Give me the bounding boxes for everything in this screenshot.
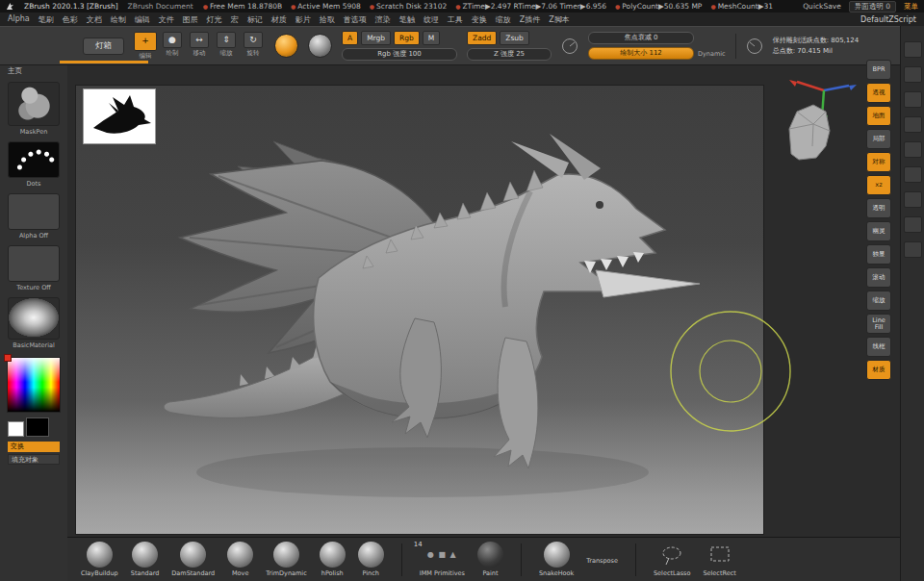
- side-panel-tab[interactable]: [904, 41, 922, 58]
- menu-item-渲染[interactable]: 渲染: [375, 14, 391, 25]
- sculpt-button-Zadd[interactable]: Zadd: [467, 31, 497, 45]
- menu-item-图层[interactable]: 图层: [183, 14, 198, 25]
- axis-x-arrow[interactable]: [789, 80, 797, 87]
- document-thumbnail[interactable]: [83, 88, 156, 144]
- draw-size-slider[interactable]: 绘制大小 112: [588, 47, 694, 60]
- tray-brush-damstandard[interactable]: DamStandard: [171, 542, 215, 577]
- right-shelf-button-xz[interactable]: xz: [866, 175, 891, 195]
- side-panel-tab[interactable]: [904, 116, 922, 133]
- sidebar-slot-current-texture[interactable]: Texture Off: [8, 245, 60, 291]
- right-shelf-button-地面[interactable]: 地面: [866, 106, 891, 126]
- edit-icon: +: [134, 32, 157, 51]
- quicksave-button[interactable]: QuickSave: [803, 2, 841, 11]
- menu-item-Alpha[interactable]: Alpha: [8, 14, 30, 25]
- right-shelf-button-材质[interactable]: 材质: [866, 360, 891, 380]
- focal-shift-slider[interactable]: 焦点衰减 0: [588, 32, 694, 44]
- tray-brush-imm-primitives[interactable]: 14● ■ ▲IMM Primitives: [420, 542, 465, 577]
- lightbox-button[interactable]: 灯箱: [83, 38, 124, 55]
- side-panel-tab[interactable]: [904, 191, 922, 208]
- menu-item-材质[interactable]: 材质: [271, 14, 287, 25]
- menu-item-首选项[interactable]: 首选项: [344, 14, 367, 25]
- menu-item-影片[interactable]: 影片: [295, 14, 311, 25]
- right-shelf-button-BPR[interactable]: BPR: [866, 60, 891, 80]
- menu-item-拾取[interactable]: 拾取: [320, 14, 335, 25]
- right-shelf-button-透明[interactable]: 透明: [866, 198, 891, 218]
- gizmo-head-mesh[interactable]: [789, 105, 830, 160]
- menu-item-标记[interactable]: 标记: [247, 14, 263, 25]
- menu-item-绘制[interactable]: 绘制: [111, 14, 126, 25]
- color-gradient[interactable]: [7, 357, 61, 413]
- side-panel-tab[interactable]: [904, 141, 922, 158]
- menu-item-笔刷[interactable]: 笔刷: [38, 14, 54, 25]
- right-shelf-button-透视[interactable]: 透视: [866, 83, 891, 103]
- side-panel-tab[interactable]: [904, 91, 922, 108]
- sidebar-slot-current-material[interactable]: BasicMaterial: [8, 297, 60, 349]
- tray-brush-standard[interactable]: Standard: [131, 542, 160, 577]
- document-canvas[interactable]: [75, 85, 764, 535]
- zscript-label[interactable]: DefaultZScript: [860, 15, 916, 24]
- menu-item-缩放[interactable]: 缩放: [496, 14, 511, 25]
- channel-button-Rgb[interactable]: Rgb: [394, 31, 420, 45]
- opacity-indicator[interactable]: 异面透明 0: [849, 1, 896, 13]
- mode-button-缩放[interactable]: ⇕缩放: [215, 32, 238, 58]
- mode-button-绘制[interactable]: ●绘制: [161, 32, 184, 58]
- menu-item-色彩[interactable]: 色彩: [63, 14, 78, 25]
- mode-button-编辑[interactable]: +编辑: [134, 32, 157, 61]
- right-shelf-button-滚动[interactable]: 滚动: [866, 267, 891, 288]
- right-shelf-button-幽灵[interactable]: 幽灵: [866, 221, 891, 241]
- menu-item-纹理[interactable]: 纹理: [424, 14, 439, 25]
- mode-button-旋转[interactable]: ↻旋转: [242, 32, 265, 58]
- axis-z-arrow[interactable]: [849, 85, 857, 90]
- side-panel-tab[interactable]: [904, 166, 922, 183]
- current-stroke-orb[interactable]: [308, 34, 332, 58]
- tray-brush-claybuildup[interactable]: ClayBuildup: [81, 542, 118, 577]
- right-shelf-button-独显[interactable]: 独显: [866, 244, 891, 265]
- rgb-intensity-slider[interactable]: Rgb 强度 100: [342, 48, 457, 61]
- channel-button-A[interactable]: A: [342, 31, 358, 45]
- tray-brush-pinch[interactable]: Pinch: [358, 542, 384, 577]
- sidebar-slot-current-stroke[interactable]: Dots: [8, 141, 60, 188]
- menu-item-灯光[interactable]: 灯光: [207, 14, 222, 25]
- right-shelf-button-对称[interactable]: 对称: [866, 152, 891, 172]
- right-shelf-button-Line Fill[interactable]: Line Fill: [866, 314, 891, 334]
- menu-item-工具[interactable]: 工具: [448, 14, 463, 25]
- menu-item-宏[interactable]: 宏: [231, 14, 239, 25]
- channel-button-Mrgb[interactable]: Mrgb: [361, 31, 391, 45]
- tray-brush-trimdynamic[interactable]: TrimDynamic: [266, 542, 307, 577]
- camera-gizmo[interactable]: [770, 62, 859, 165]
- menu-item-Z插件[interactable]: Z插件: [520, 14, 540, 25]
- side-panel-tab[interactable]: [904, 241, 922, 258]
- secondary-color-swatch[interactable]: [8, 421, 24, 437]
- current-brush-orb[interactable]: [274, 34, 298, 58]
- tray-brush-selectlasso[interactable]: SelectLasso: [654, 542, 690, 577]
- right-shelf-button-线框[interactable]: 线框: [866, 337, 891, 357]
- tray-brush-selectrect[interactable]: SelectRect: [703, 542, 735, 577]
- channel-button-M[interactable]: M: [423, 31, 440, 45]
- side-panel-tab[interactable]: [904, 216, 922, 233]
- menu-item-编辑[interactable]: 编辑: [135, 14, 150, 25]
- primary-color-swatch[interactable]: [26, 417, 49, 437]
- menu-item-变换[interactable]: 变换: [472, 14, 487, 25]
- menu-button[interactable]: 菜单: [904, 2, 918, 12]
- color-picker[interactable]: [7, 357, 61, 413]
- right-shelf-button-局部[interactable]: 局部: [866, 129, 891, 149]
- sidebar-slot-current-brush[interactable]: MaskPen: [8, 82, 60, 136]
- tray-brush-snakehook[interactable]: SnakeHook: [539, 542, 574, 577]
- menu-item-文件[interactable]: 文件: [159, 14, 174, 25]
- menu-item-文档[interactable]: 文档: [87, 14, 102, 25]
- dynamic-label[interactable]: Dynamic: [698, 50, 726, 58]
- sculpt-button-Zsub[interactable]: Zsub: [500, 31, 529, 45]
- menu-item-Z脚本[interactable]: Z脚本: [549, 14, 569, 25]
- fill-object-button[interactable]: 填充对象: [8, 454, 60, 465]
- tray-brush-transpose[interactable]: Transpose: [586, 555, 618, 565]
- sidebar-slot-current-alpha[interactable]: Alpha Off: [8, 193, 60, 240]
- z-intensity-slider[interactable]: Z 强度 25: [467, 48, 552, 61]
- switch-color-button[interactable]: 交换: [8, 442, 60, 452]
- right-shelf-button-缩放[interactable]: 缩放: [866, 290, 891, 311]
- tray-brush-move[interactable]: Move: [227, 542, 253, 577]
- menu-item-笔触[interactable]: 笔触: [399, 14, 415, 25]
- tray-brush-paint[interactable]: Paint: [477, 542, 503, 577]
- mode-button-移动[interactable]: ↔移动: [188, 32, 211, 58]
- side-panel-tab[interactable]: [904, 66, 922, 83]
- tray-brush-hpolish[interactable]: hPolish: [320, 542, 346, 577]
